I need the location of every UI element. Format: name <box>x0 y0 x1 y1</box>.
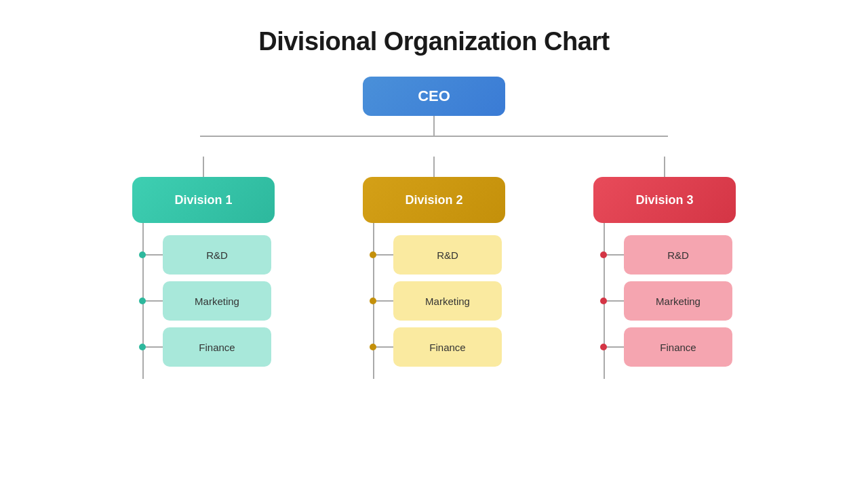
div2-dot-2 <box>370 344 376 350</box>
div2-sub-list: R&D Marketing Finance <box>359 223 502 379</box>
div2-item-marketing: Marketing <box>393 281 502 321</box>
div3-sub-row-2: Finance <box>590 327 732 367</box>
page-title: Divisional Organization Chart <box>258 27 610 56</box>
div2-item-finance: Finance <box>393 327 502 367</box>
division-2-wrapper: Division 2 R&D Marketing <box>359 157 509 379</box>
div2-top-line <box>433 157 435 177</box>
division-1-wrapper: Division 1 R&D Marketing <box>129 157 278 379</box>
division-3-wrapper: Division 3 R&D Marketing <box>590 157 739 379</box>
ceo-vertical-line <box>433 116 435 136</box>
ceo-horizontal-line <box>200 136 668 137</box>
div1-sub-row-0: R&D <box>129 235 271 274</box>
div3-item-rd: R&D <box>624 235 732 274</box>
div2-header-wrap: Division 2 <box>359 157 509 223</box>
div3-dot-0 <box>600 251 607 258</box>
division-2-node: Division 2 <box>363 177 505 223</box>
ceo-node: CEO <box>363 77 505 116</box>
div1-dot-2 <box>139 344 146 350</box>
div1-sub-list: R&D Marketing Finance <box>129 223 271 379</box>
div3-item-finance: Finance <box>624 327 732 367</box>
div3-sub-container: R&D Marketing Finance <box>590 223 732 379</box>
ceo-label: CEO <box>418 87 450 105</box>
div1-item-finance: Finance <box>163 327 271 367</box>
division-2-label: Division 2 <box>405 193 462 207</box>
div1-top-line <box>203 157 204 177</box>
div3-header-wrap: Division 3 <box>590 157 739 223</box>
div3-sub-row-1: Marketing <box>590 281 732 321</box>
org-chart: CEO Division 1 R&D <box>0 77 868 379</box>
div3-sub-row-0: R&D <box>590 235 732 274</box>
division-1-node: Division 1 <box>132 177 275 223</box>
div1-header-wrap: Division 1 <box>129 157 278 223</box>
div3-dot-2 <box>600 344 607 350</box>
ceo-connector <box>197 116 671 157</box>
division-3-node: Division 3 <box>593 177 736 223</box>
div3-top-line <box>664 157 665 177</box>
div1-sub-container: R&D Marketing Finance <box>129 223 271 379</box>
div2-dot-0 <box>370 251 376 258</box>
div1-dot-1 <box>139 298 146 304</box>
divisions-row: Division 1 R&D Marketing <box>61 157 807 379</box>
div1-sub-row-1: Marketing <box>129 281 271 321</box>
div2-item-rd: R&D <box>393 235 502 274</box>
division-1-label: Division 1 <box>174 193 232 207</box>
div2-sub-row-0: R&D <box>359 235 502 274</box>
div2-sub-row-2: Finance <box>359 327 502 367</box>
div3-item-marketing: Marketing <box>624 281 732 321</box>
div2-sub-container: R&D Marketing Finance <box>359 223 502 379</box>
div1-sub-row-2: Finance <box>129 327 271 367</box>
div3-dot-1 <box>600 298 607 304</box>
division-3-label: Division 3 <box>635 193 693 207</box>
div3-sub-list: R&D Marketing Finance <box>590 223 732 379</box>
div1-item-rd: R&D <box>163 235 271 274</box>
div2-dot-1 <box>370 298 376 304</box>
div1-item-marketing: Marketing <box>163 281 271 321</box>
div2-sub-row-1: Marketing <box>359 281 502 321</box>
div1-dot-0 <box>139 251 146 258</box>
